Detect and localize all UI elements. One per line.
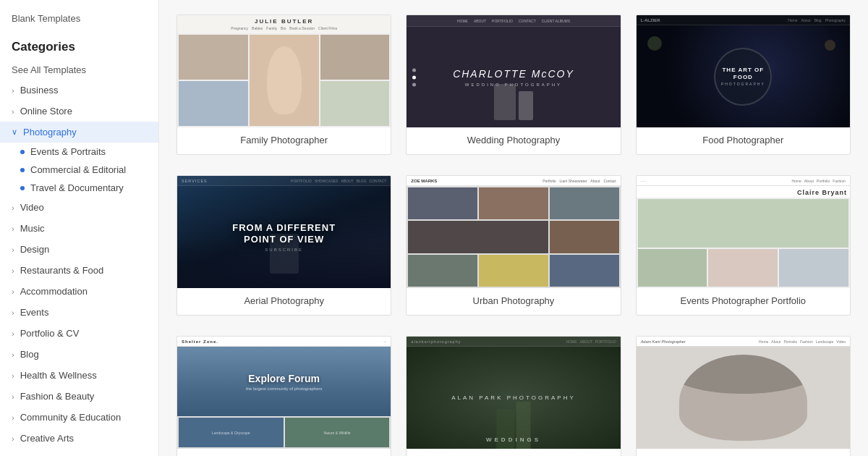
thumb-subtitle: PHOTOGRAPHY — [715, 82, 770, 86]
sidebar-item-design[interactable]: › Design — [0, 239, 158, 260]
template-thumb: SERVICES PORTFOLIO SHOWCASES ABOUT BLOG … — [177, 176, 391, 288]
template-thumb: HOME ABOUT PORTFOLIO CONTACT CLIENT ALBU… — [407, 15, 620, 127]
thumb-category: Landscape & Cityscape — [212, 431, 250, 435]
template-thumb: JULIE BUTLER Pregnancy Babies Family Bio… — [177, 15, 391, 127]
thumb-photo — [179, 35, 248, 80]
thumb-nav-item: Portfolio — [817, 179, 830, 183]
thumb-photo — [550, 255, 619, 287]
thumb-photo — [550, 221, 619, 253]
template-label: Urban Photography — [407, 288, 620, 315]
chevron-right-icon: › — [12, 413, 14, 422]
template-wedding-photography[interactable]: HOME ABOUT PORTFOLIO CONTACT CLIENT ALBU… — [406, 14, 621, 155]
thumb-label: WEDDINGS — [486, 436, 541, 443]
thumb-logo: L·ALZIER — [641, 18, 660, 22]
template-urban-photography[interactable]: ZOE MARKS Portfolio Liam Shearwater Abou… — [406, 175, 621, 316]
thumb-nav-item: HOME — [457, 19, 468, 23]
template-label: Portrait Photographer — [637, 449, 850, 456]
nav-dot — [412, 68, 416, 72]
template-wedding-photography-2[interactable]: alankartphotography HOME ABOUT PORTFOLIO… — [406, 336, 621, 456]
sidebar-item-online-store[interactable]: › Online Store — [0, 101, 158, 122]
thumb-nav-item: Portfolio — [542, 179, 556, 183]
template-label: Food Photographer — [637, 127, 850, 154]
sidebar-item-label: Events — [20, 307, 49, 318]
template-thumb: alankartphotography HOME ABOUT PORTFOLIO… — [407, 337, 620, 449]
sidebar-item-video[interactable]: › Video — [0, 197, 158, 218]
template-food-photographer[interactable]: L·ALZIER Home About Blog Photography TH — [636, 14, 851, 155]
sidebar-item-business[interactable]: › Business — [0, 80, 158, 101]
thumb-nav-item: BLOG — [357, 179, 367, 183]
thumb-photo — [638, 249, 707, 287]
thumb-nav-item: CONTACT — [519, 19, 536, 23]
sidebar-item-photography[interactable]: ∨ Photography — [0, 122, 158, 143]
template-label: Wedding Photography — [407, 449, 620, 456]
thumb-nav-item: Landscape — [816, 339, 833, 344]
template-family-photographer[interactable]: JULIE BUTLER Pregnancy Babies Family Bio… — [176, 14, 391, 155]
sidebar-item-label: Business — [20, 85, 59, 96]
sidebar-item-creative-arts[interactable]: › Creative Arts — [0, 428, 158, 449]
chevron-right-icon: › — [12, 308, 14, 317]
template-thumb: ZOE MARKS Portfolio Liam Shearwater Abou… — [407, 176, 620, 288]
sidebar-item-label: Design — [20, 244, 49, 255]
chevron-down-icon: ∨ — [12, 127, 17, 137]
thumb-photo — [320, 81, 390, 126]
thumb-nav-item: Family — [266, 26, 277, 30]
active-dot — [20, 150, 25, 154]
sidebar-item-blog[interactable]: › Blog — [0, 344, 158, 365]
template-thumb: Shelter Zone. ··· Explore Forum the larg… — [177, 337, 391, 449]
sidebar-item-community-education[interactable]: › Community & Education — [0, 407, 158, 428]
thumb-cta: SUBSCRIBE — [232, 248, 336, 252]
sidebar-item-travel-documentary[interactable]: Travel & Documentary — [20, 179, 158, 197]
chevron-right-icon: › — [12, 107, 14, 116]
sidebar-item-label: Video — [20, 202, 44, 213]
chevron-right-icon: › — [12, 350, 14, 359]
thumb-title: FROM A DIFFERENT — [232, 222, 336, 234]
template-thumb: Adam Kant Photographer Home About Portra… — [637, 337, 850, 449]
template-aerial-photography[interactable]: SERVICES PORTFOLIO SHOWCASES ABOUT BLOG … — [176, 175, 391, 316]
thumb-photo — [179, 81, 248, 126]
thumb-title2: POINT OF VIEW — [232, 234, 336, 245]
thumb-nav-item: Bio — [281, 26, 286, 30]
template-label: Landscape & Cityscape — [177, 449, 391, 456]
thumb-photo — [779, 249, 848, 287]
thumb-photo — [408, 187, 477, 219]
thumb-nav-item: Home — [788, 18, 797, 22]
thumb-nav-item: CLIENT ALBUMS — [542, 19, 570, 23]
template-label: Aerial Photography — [177, 288, 391, 315]
thumb-logo: ZOE MARKS — [411, 179, 437, 183]
sidebar-item-events-portraits[interactable]: Events & Portraits — [20, 143, 158, 161]
thumb-photo — [479, 255, 548, 287]
sidebar-item-blank-templates[interactable]: Blank Templates — [0, 7, 158, 30]
template-thumb: L·ALZIER Home About Blog Photography TH — [637, 15, 850, 127]
thumb-subtitle: the largest community of photographers — [246, 387, 323, 391]
sidebar-item-health-wellness[interactable]: › Health & Wellness — [0, 365, 158, 386]
chevron-right-icon: › — [12, 392, 14, 401]
template-portrait-photographer[interactable]: Adam Kant Photographer Home About Portra… — [636, 336, 851, 456]
sidebar-item-music[interactable]: › Music — [0, 218, 158, 239]
template-landscape-cityscape[interactable]: Shelter Zone. ··· Explore Forum the larg… — [176, 336, 391, 456]
thumb-logo: ··· — [641, 179, 647, 183]
thumb-nav-item: Pregnancy — [231, 26, 248, 30]
thumb-title: JULIE BUTLER — [177, 18, 391, 25]
sidebar-item-portfolio-cv[interactable]: › Portfolio & CV — [0, 323, 158, 344]
chevron-right-icon: › — [12, 86, 14, 95]
thumb-nav-item: Blog — [814, 18, 822, 22]
sidebar-item-commercial-editorial[interactable]: Commercial & Editorial — [20, 161, 158, 179]
sidebar-item-accommodation[interactable]: › Accommodation — [0, 281, 158, 302]
thumb-logo: SERVICES — [182, 179, 208, 183]
thumb-title: Explore Forum — [248, 373, 320, 384]
thumb-photo — [250, 35, 319, 126]
sidebar-see-all[interactable]: See All Templates — [0, 60, 158, 80]
nav-dot — [412, 83, 416, 86]
thumb-photo — [638, 199, 848, 248]
template-events-photographer[interactable]: ··· Home About Portfolio Fashion Claire … — [636, 175, 851, 316]
sidebar-item-fashion-beauty[interactable]: › Fashion & Beauty — [0, 386, 158, 407]
thumb-photo — [408, 221, 548, 253]
thumb-nav-item: Client Films — [318, 26, 337, 30]
sidebar-item-events[interactable]: › Events — [0, 302, 158, 323]
chevron-right-icon: › — [12, 371, 14, 380]
main-content: JULIE BUTLER Pregnancy Babies Family Bio… — [159, 0, 868, 456]
sidebar: Blank Templates Categories See All Templ… — [0, 0, 159, 456]
active-dot — [20, 186, 25, 190]
templates-grid: JULIE BUTLER Pregnancy Babies Family Bio… — [176, 14, 851, 456]
sidebar-item-restaurants-food[interactable]: › Restaurants & Food — [0, 260, 158, 281]
